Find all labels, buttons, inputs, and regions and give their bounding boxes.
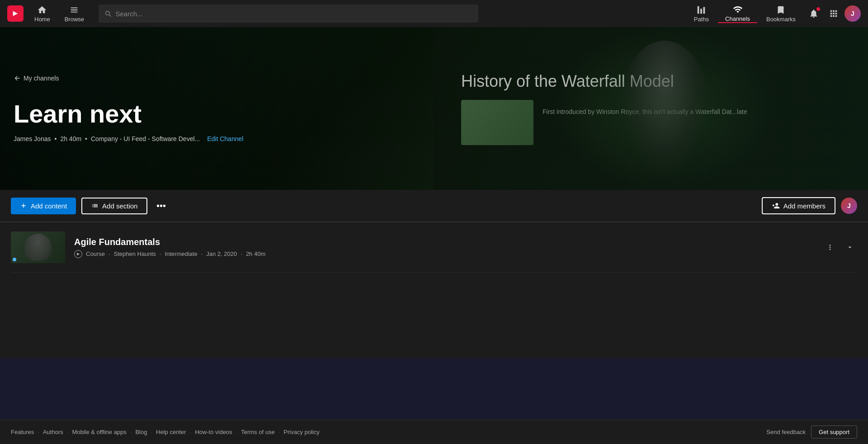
- add-members-button[interactable]: Add members: [762, 197, 835, 214]
- course-level: Intermediate: [165, 250, 197, 257]
- play-icon: ▶: [74, 250, 82, 258]
- apps-icon: [829, 9, 839, 19]
- add-members-icon: [772, 202, 780, 210]
- footer-link-help[interactable]: Help center: [156, 429, 186, 435]
- course-author: Stephen Haunts: [114, 250, 156, 257]
- nav-paths[interactable]: Paths: [687, 5, 716, 23]
- course-duration: 2h 40m: [246, 250, 265, 257]
- course-thumbnail-person: [24, 234, 52, 261]
- chevron-down-icon: [846, 243, 854, 251]
- apps-button[interactable]: [825, 5, 843, 23]
- course-info: Agile Fundamentals ▶ Course · Stephen Ha…: [74, 237, 814, 258]
- add-section-icon: [91, 202, 99, 209]
- footer-link-features[interactable]: Features: [11, 429, 34, 435]
- hero-meta: James Jonas • 2h 40m • Company - UI Feed…: [14, 135, 420, 142]
- footer: Features · Authors · Mobile & offline ap…: [0, 420, 868, 444]
- course-more-button[interactable]: [823, 240, 837, 255]
- search-input[interactable]: [115, 10, 473, 18]
- footer-right: Send feedback Get support: [766, 425, 857, 439]
- actions-bar: Add content Add section ••• Add members …: [0, 190, 868, 222]
- nav-bookmarks-label: Bookmarks: [766, 16, 796, 23]
- course-actions: [823, 240, 857, 255]
- more-horizontal-icon: [826, 243, 834, 251]
- course-thumbnail: [11, 231, 65, 263]
- user-avatar[interactable]: J: [844, 5, 861, 22]
- hero-section: History of the Waterfall Model First int…: [0, 27, 868, 190]
- navbar: Home Browse Paths Channels: [0, 0, 868, 27]
- logo-icon: [11, 9, 19, 18]
- content-list: Agile Fundamentals ▶ Course · Stephen Ha…: [0, 222, 868, 358]
- nav-home-label: Home: [34, 16, 50, 23]
- table-row: Agile Fundamentals ▶ Course · Stephen Ha…: [11, 222, 857, 273]
- back-link-label: My channels: [24, 75, 59, 82]
- actions-avatar-initials: J: [847, 202, 851, 209]
- nav-browse[interactable]: Browse: [57, 5, 91, 23]
- add-section-label: Add section: [102, 202, 137, 210]
- hero-person-shape: [619, 41, 710, 176]
- footer-link-mobile[interactable]: Mobile & offline apps: [72, 429, 126, 435]
- user-avatar-actions[interactable]: J: [841, 198, 857, 214]
- nav-right: Paths Channels Bookmarks: [687, 5, 861, 23]
- hero-duration: 2h 40m: [60, 135, 81, 142]
- course-thumbnail-inner: [11, 231, 65, 263]
- avatar-initials: J: [851, 10, 854, 17]
- nav-bookmarks[interactable]: Bookmarks: [759, 5, 803, 23]
- nav-channels-label: Channels: [725, 15, 750, 22]
- nav-browse-label: Browse: [65, 16, 84, 23]
- add-members-label: Add members: [783, 202, 826, 210]
- search-bar: [99, 5, 478, 23]
- notification-dot: [816, 7, 820, 11]
- get-support-button[interactable]: Get support: [811, 425, 857, 439]
- hero-right-thumbnail: [461, 100, 533, 145]
- browse-icon: [69, 5, 79, 15]
- paths-icon: [696, 5, 706, 15]
- hero-person-image: [552, 27, 778, 190]
- nav-home[interactable]: Home: [27, 5, 57, 23]
- logo[interactable]: [7, 5, 24, 22]
- add-content-button[interactable]: Add content: [11, 198, 76, 214]
- edit-channel-link[interactable]: Edit Channel: [207, 135, 243, 142]
- course-title: Agile Fundamentals: [74, 237, 814, 247]
- add-content-label: Add content: [31, 202, 67, 210]
- search-icon: [104, 9, 112, 18]
- footer-link-authors[interactable]: Authors: [43, 429, 63, 435]
- nav-paths-label: Paths: [694, 16, 709, 23]
- home-icon: [37, 5, 47, 15]
- add-section-button[interactable]: Add section: [81, 198, 147, 214]
- course-type: Course: [86, 250, 105, 257]
- hero-author: James Jonas: [14, 135, 51, 142]
- send-feedback-button[interactable]: Send feedback: [766, 429, 806, 435]
- footer-link-howto[interactable]: How-to videos: [195, 429, 232, 435]
- channels-icon: [733, 5, 743, 14]
- actions-right: Add members J: [762, 197, 857, 214]
- bookmarks-icon: [776, 5, 786, 15]
- back-link[interactable]: My channels: [14, 75, 420, 82]
- svg-marker-0: [13, 11, 18, 16]
- footer-link-terms[interactable]: Terms of use: [241, 429, 274, 435]
- course-date: Jan 2, 2020: [206, 250, 237, 257]
- back-arrow-icon: [14, 75, 21, 82]
- course-expand-button[interactable]: [843, 240, 857, 255]
- hero-right-thumbnail-inner: [461, 100, 533, 145]
- plus-icon: [20, 202, 27, 209]
- hero-title: Learn next: [14, 100, 420, 128]
- notifications-button[interactable]: [805, 5, 823, 23]
- hero-feed: Company - UI Feed - Software Devel...: [91, 135, 200, 142]
- course-meta: ▶ Course · Stephen Haunts · Intermediate…: [74, 250, 814, 258]
- progress-dot: [13, 258, 16, 261]
- more-options-button[interactable]: •••: [153, 198, 169, 214]
- footer-link-blog[interactable]: Blog: [135, 429, 147, 435]
- hero-content: My channels Learn next James Jonas • 2h …: [0, 27, 434, 190]
- footer-link-privacy[interactable]: Privacy policy: [283, 429, 319, 435]
- nav-channels[interactable]: Channels: [718, 5, 757, 23]
